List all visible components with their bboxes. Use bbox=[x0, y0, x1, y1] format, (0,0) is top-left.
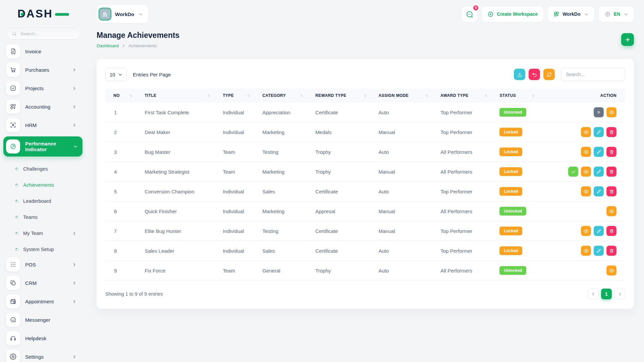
play-action-button[interactable] bbox=[594, 107, 604, 117]
messages-button[interactable]: 0 bbox=[462, 6, 477, 22]
edit-action-button[interactable] bbox=[594, 226, 604, 236]
sidebar-subitem-challenges[interactable]: Challenges bbox=[6, 161, 81, 177]
card-footer: Showing 1 to 9 of 9 entries 1 bbox=[105, 289, 625, 299]
sidebar-item-pos[interactable]: POS bbox=[6, 257, 81, 272]
column-header-no[interactable]: NO bbox=[105, 88, 141, 103]
entries-per-page-select[interactable]: 10 bbox=[105, 68, 127, 81]
language-code: EN bbox=[614, 11, 620, 17]
sort-icon[interactable] bbox=[247, 94, 254, 98]
column-header-title[interactable]: TITLE bbox=[141, 88, 219, 103]
add-achievement-button[interactable] bbox=[621, 33, 634, 46]
view-action-button[interactable] bbox=[581, 167, 591, 177]
cell-award_type: Top Performer bbox=[436, 221, 495, 241]
breadcrumb-dashboard-link[interactable]: Dashboard bbox=[97, 43, 119, 48]
view-action-button[interactable] bbox=[581, 246, 591, 256]
view-action-button[interactable] bbox=[606, 265, 616, 276]
sidebar-item-helpdesk[interactable]: Helpdesk bbox=[6, 331, 81, 345]
create-workspace-label: Create Workspace bbox=[497, 11, 538, 17]
view-action-button[interactable] bbox=[606, 206, 616, 216]
status-badge: Locked bbox=[499, 167, 522, 176]
cell-category: Sales bbox=[258, 241, 311, 261]
view-action-button[interactable] bbox=[581, 127, 591, 137]
refresh-icon bbox=[546, 72, 552, 77]
column-header-reward_type[interactable]: REWARD TYPE bbox=[311, 88, 374, 103]
sidebar-item-appointment[interactable]: Appointment bbox=[6, 294, 81, 308]
sidebar-item-label: CRM bbox=[25, 280, 37, 286]
workspace-selector[interactable]: WorkDo bbox=[97, 5, 148, 23]
view-action-button[interactable] bbox=[581, 147, 591, 157]
delete-action-button[interactable] bbox=[606, 127, 616, 137]
sidebar-item-invoice[interactable]: Invoice bbox=[6, 44, 81, 58]
cell-award_type: Top Performer bbox=[436, 103, 495, 122]
top-header: WorkDo 0 Create Workspace bbox=[97, 5, 634, 23]
app-switcher-button[interactable]: WorkDo bbox=[548, 6, 594, 22]
table-row: 1First Task CompleteIndividualAppreciati… bbox=[105, 103, 625, 122]
trash-icon bbox=[609, 149, 614, 155]
column-header-award_type[interactable]: AWARD TYPE bbox=[436, 88, 495, 103]
column-header-type[interactable]: TYPE bbox=[219, 88, 258, 103]
sidebar-subitem-my-team[interactable]: My Team bbox=[6, 225, 81, 241]
sidebar-item-hrm[interactable]: HRM bbox=[6, 118, 81, 132]
sidebar-item-settings[interactable]: Settings bbox=[6, 350, 81, 362]
sort-icon[interactable] bbox=[300, 94, 307, 98]
sidebar-item-performance-indicator[interactable]: Performance Indicator bbox=[3, 136, 83, 157]
refresh-button[interactable] bbox=[543, 69, 555, 80]
sidebar-subitem-achievements[interactable]: Achievements bbox=[6, 177, 81, 193]
next-page-button[interactable] bbox=[614, 289, 625, 299]
delete-action-button[interactable] bbox=[606, 147, 616, 157]
page-title: Manage Achievements bbox=[97, 31, 179, 40]
page-number-button[interactable]: 1 bbox=[601, 289, 612, 299]
sort-icon[interactable] bbox=[363, 94, 371, 98]
table-row: 9Fix ForceTeamGeneralTrophyAutoAll Perfo… bbox=[105, 261, 625, 281]
sidebar-search[interactable] bbox=[7, 27, 80, 40]
table-search-input[interactable] bbox=[561, 68, 625, 81]
chevron-down-icon bbox=[584, 12, 589, 16]
view-action-button[interactable] bbox=[606, 107, 616, 117]
pencil-icon bbox=[596, 248, 601, 253]
sort-icon[interactable] bbox=[207, 94, 215, 98]
brand-logo[interactable]: DASH bbox=[17, 7, 86, 22]
edit-action-button[interactable] bbox=[594, 167, 604, 177]
cell-action bbox=[543, 103, 625, 122]
sidebar-subitem-teams[interactable]: Teams bbox=[6, 209, 81, 225]
cell-title: Conversion Champion bbox=[141, 182, 219, 201]
sidebar-item-messenger[interactable]: Messenger bbox=[6, 313, 81, 327]
approve-action-button[interactable] bbox=[568, 167, 578, 177]
sidebar-item-purchases[interactable]: Purchases bbox=[6, 63, 81, 77]
cell-no: 3 bbox=[105, 142, 141, 162]
sidebar-subitem-leaderboard[interactable]: Leaderboard bbox=[6, 193, 81, 209]
export-button[interactable] bbox=[514, 69, 525, 80]
previous-page-button[interactable] bbox=[588, 289, 598, 299]
sidebar-search-input[interactable] bbox=[20, 31, 70, 37]
delete-action-button[interactable] bbox=[606, 186, 616, 196]
column-header-category[interactable]: CATEGORY bbox=[258, 88, 311, 103]
cell-category: Marketing bbox=[258, 122, 311, 142]
sort-icon[interactable] bbox=[425, 94, 432, 98]
edit-action-button[interactable] bbox=[594, 186, 604, 196]
cell-title: First Task Complete bbox=[141, 103, 219, 122]
sidebar-item-crm[interactable]: CRM bbox=[6, 276, 81, 290]
sidebar-item-label: Purchases bbox=[25, 67, 49, 73]
sidebar-item-projects[interactable]: Projects bbox=[6, 81, 81, 95]
edit-action-button[interactable] bbox=[594, 147, 604, 157]
view-action-button[interactable] bbox=[581, 226, 591, 236]
create-workspace-button[interactable]: Create Workspace bbox=[482, 6, 543, 22]
column-header-assign_mode[interactable]: ASSIGN MODE bbox=[375, 88, 437, 103]
cell-title: Deal Maker bbox=[141, 122, 219, 142]
sort-icon[interactable] bbox=[484, 94, 491, 98]
sort-icon[interactable] bbox=[531, 94, 539, 98]
sidebar-subitem-system-setup[interactable]: System Setup bbox=[6, 241, 81, 257]
delete-action-button[interactable] bbox=[606, 167, 616, 177]
chevron-right-icon bbox=[72, 299, 76, 304]
edit-action-button[interactable] bbox=[594, 246, 604, 256]
delete-action-button[interactable] bbox=[606, 226, 616, 236]
column-header-status[interactable]: STATUS bbox=[495, 88, 543, 103]
eye-icon bbox=[583, 189, 589, 194]
view-action-button[interactable] bbox=[581, 186, 591, 196]
delete-action-button[interactable] bbox=[606, 246, 616, 256]
edit-action-button[interactable] bbox=[594, 127, 604, 137]
reset-button[interactable] bbox=[529, 69, 540, 80]
language-selector[interactable]: EN bbox=[599, 6, 634, 22]
sort-icon[interactable] bbox=[129, 94, 137, 98]
sidebar-item-accounting[interactable]: Accounting bbox=[6, 100, 81, 114]
